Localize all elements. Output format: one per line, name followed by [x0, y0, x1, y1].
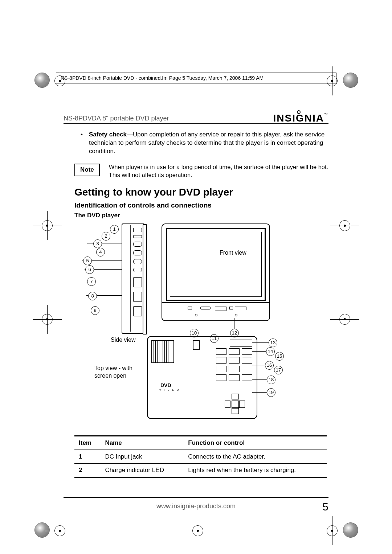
page-number: 5	[322, 501, 328, 513]
callout-17: 17	[274, 366, 283, 374]
printer-mark	[34, 73, 50, 88]
product-header: NS-8PDVDA 8" portable DVD player	[64, 115, 169, 122]
safety-check-paragraph: Safety check—Upon completion of any serv…	[89, 131, 328, 156]
cell-item: 1	[74, 450, 101, 464]
cell-name: DC Input jack	[101, 450, 184, 464]
printer-target	[339, 220, 350, 231]
cell-func: Lights red when the battery is charging.	[184, 464, 327, 477]
section-heading: Getting to know your DVD player	[74, 185, 328, 199]
callout-13: 13	[269, 338, 277, 347]
printer-mark	[343, 73, 358, 88]
imprint-box: NS-8PDVD 8-inch Portable DVD - combined.…	[56, 73, 336, 83]
front-view-label: Front view	[220, 249, 246, 257]
safety-check-label: Safety check	[89, 131, 127, 138]
note-text: When player is in use for a long period …	[109, 163, 328, 179]
header-divider	[64, 123, 328, 124]
printer-target	[339, 314, 350, 325]
diagram-area: 1 2 3 4 5 6 7 8 9 Side view Front view 1…	[74, 223, 328, 427]
table-row: 2 Charge indicator LED Lights red when t…	[74, 464, 327, 477]
parts-table: Item Name Function or control 1 DC Input…	[74, 435, 327, 478]
callout-14: 14	[266, 347, 275, 356]
brand-tm: ™	[324, 112, 328, 116]
side-view-body	[122, 223, 145, 334]
callout-1: 1	[110, 225, 119, 234]
th-func: Function or control	[184, 436, 327, 450]
callout-4: 4	[96, 248, 105, 257]
callout-3: 3	[93, 239, 102, 248]
cell-item: 2	[74, 464, 101, 477]
callout-15: 15	[275, 352, 284, 361]
callout-19: 19	[267, 388, 275, 397]
printer-mark	[343, 522, 358, 538]
brand-logo: INSIGNIA™	[273, 112, 328, 124]
footer-divider	[64, 497, 328, 498]
callout-16: 16	[265, 361, 274, 370]
dvd-logo-sub: V I D E O	[159, 388, 180, 391]
minor-heading: The DVD player	[74, 212, 328, 220]
callout-9: 9	[91, 306, 99, 315]
front-view-body	[162, 223, 270, 321]
callout-5: 5	[83, 257, 92, 265]
top-view-label: Top view - with screen open	[94, 364, 142, 380]
callout-2: 2	[102, 232, 110, 241]
subsection-heading: Identification of controls and connectio…	[74, 201, 328, 210]
note-label: Note	[74, 164, 100, 176]
printer-target	[192, 525, 203, 536]
bullet-icon: •	[74, 131, 89, 156]
callout-18: 18	[267, 376, 275, 384]
cell-name: Charge indicator LED	[101, 464, 184, 477]
printer-mark	[34, 522, 50, 538]
footer-url: www.insignia-products.com	[0, 502, 392, 510]
callout-6: 6	[85, 265, 94, 274]
top-view-body: DVD V I D E O	[147, 336, 257, 419]
printer-target	[327, 525, 338, 536]
printer-target	[54, 525, 65, 536]
printer-target	[42, 220, 53, 231]
printer-target	[42, 314, 53, 325]
table-row: 1 DC Input jack Connects to the AC adapt…	[74, 450, 327, 464]
imprint-text: NS-8PDVD 8-inch Portable DVD - combined.…	[61, 75, 264, 81]
side-view-label: Side view	[111, 336, 135, 344]
callout-7: 7	[87, 277, 96, 286]
th-item: Item	[74, 436, 101, 450]
th-name: Name	[101, 436, 184, 450]
cell-func: Connects to the AC adapter.	[184, 450, 327, 464]
callout-8: 8	[88, 292, 97, 300]
